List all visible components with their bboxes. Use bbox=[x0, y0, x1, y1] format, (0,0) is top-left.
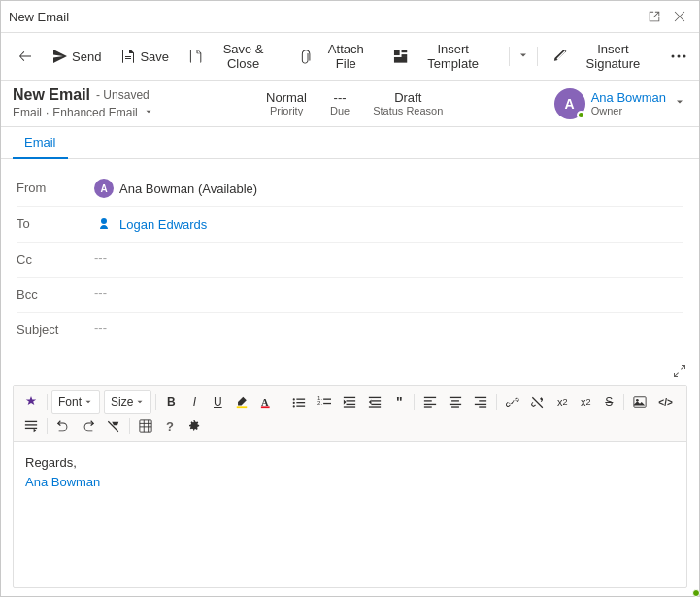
svg-rect-36 bbox=[480, 400, 487, 401]
rte-sep-8 bbox=[129, 418, 130, 434]
rte-unordered-list-button[interactable] bbox=[287, 391, 311, 413]
tab-email[interactable]: Email bbox=[13, 127, 68, 159]
rte-ordered-list-button[interactable]: 1.2. bbox=[313, 391, 336, 413]
svg-rect-10 bbox=[297, 399, 306, 400]
svg-rect-19 bbox=[344, 397, 355, 398]
save-button[interactable]: Save bbox=[112, 44, 178, 69]
bcc-value: --- bbox=[94, 285, 683, 300]
rte-subscript-button[interactable]: x2 bbox=[575, 391, 596, 413]
unsaved-badge: - Unsaved bbox=[96, 88, 150, 102]
rte-sep-7 bbox=[47, 418, 48, 434]
svg-rect-2 bbox=[402, 54, 408, 57]
rte-bold-button[interactable]: B bbox=[160, 391, 182, 413]
toolbar-separator-2 bbox=[537, 47, 538, 66]
rte-fontcolor-button[interactable]: A bbox=[255, 391, 279, 413]
status-value: Draft bbox=[373, 90, 443, 105]
rte-clear-format-button[interactable] bbox=[102, 415, 125, 437]
svg-rect-28 bbox=[424, 400, 432, 401]
rte-help-button[interactable]: ? bbox=[159, 415, 181, 437]
from-value: A Ana Bowman (Available) bbox=[94, 179, 683, 198]
pop-out-button[interactable] bbox=[643, 5, 666, 28]
toolbar-more-chevron[interactable] bbox=[516, 46, 531, 68]
breadcrumb-chevron[interactable] bbox=[142, 104, 155, 120]
svg-rect-23 bbox=[369, 397, 381, 398]
from-name: Ana Bowman (Available) bbox=[119, 182, 257, 196]
to-row: To Logan Edwards bbox=[17, 207, 683, 243]
svg-rect-0 bbox=[394, 50, 400, 55]
rte-content[interactable]: Regards, Ana Bowman bbox=[14, 442, 686, 587]
rte-line-1: Regards, bbox=[25, 453, 675, 473]
rte-underline-button[interactable]: U bbox=[207, 391, 228, 413]
rte-superscript-button[interactable]: x2 bbox=[551, 391, 573, 413]
to-name[interactable]: Logan Edwards bbox=[119, 217, 207, 232]
rte-align-right-button[interactable] bbox=[469, 391, 492, 413]
rte-unlink-button[interactable] bbox=[526, 391, 550, 413]
email-title: New Email bbox=[13, 86, 90, 104]
save-close-button[interactable]: Save & Close bbox=[180, 37, 288, 76]
size-select[interactable]: Size bbox=[104, 390, 151, 414]
title-bar-controls bbox=[643, 5, 691, 28]
rte-settings-button[interactable] bbox=[183, 415, 206, 437]
bcc-label: Bcc bbox=[17, 285, 94, 302]
back-button[interactable] bbox=[9, 44, 42, 69]
owner-avatar: A bbox=[554, 88, 585, 119]
owner-chevron[interactable] bbox=[672, 92, 687, 115]
svg-point-4 bbox=[672, 55, 675, 58]
rte-strikethrough-button[interactable]: S bbox=[598, 391, 619, 413]
rte-source-button[interactable]: </> bbox=[653, 391, 677, 413]
svg-rect-29 bbox=[424, 404, 436, 405]
attach-file-button[interactable]: Attach File bbox=[290, 37, 383, 76]
email-window: New Email Send Save Save & Close bbox=[0, 0, 700, 597]
svg-rect-24 bbox=[372, 400, 382, 401]
toolbar-separator-1 bbox=[509, 47, 510, 66]
expand-button[interactable] bbox=[672, 363, 687, 381]
cc-value: --- bbox=[94, 250, 683, 265]
rte-highlight-button[interactable] bbox=[230, 391, 253, 413]
rte-redo-button[interactable] bbox=[77, 415, 100, 437]
rte-rtl-button[interactable] bbox=[19, 415, 43, 437]
svg-rect-44 bbox=[140, 420, 151, 432]
rte-indent-button[interactable] bbox=[338, 391, 361, 413]
rte-quote-button[interactable]: " bbox=[388, 391, 410, 413]
owner-role: Owner bbox=[591, 105, 666, 116]
svg-rect-31 bbox=[450, 397, 461, 398]
rte-ai-button[interactable] bbox=[19, 391, 43, 413]
rte-italic-button[interactable]: I bbox=[183, 391, 205, 413]
more-options-button[interactable] bbox=[666, 44, 691, 69]
send-button[interactable]: Send bbox=[44, 44, 110, 69]
rte-image-button[interactable] bbox=[628, 391, 651, 413]
email-form: From A Ana Bowman (Available) To Logan E… bbox=[1, 159, 699, 596]
font-select[interactable]: Font bbox=[51, 390, 100, 414]
rte-outdent-button[interactable] bbox=[363, 391, 386, 413]
insert-template-button[interactable]: Insert Template bbox=[384, 37, 502, 76]
insert-signature-button[interactable]: Insert Signature bbox=[544, 37, 664, 76]
rte-toolbar: Font Size B I U bbox=[14, 386, 686, 442]
svg-rect-26 bbox=[369, 406, 381, 407]
svg-rect-38 bbox=[480, 406, 487, 407]
cc-label: Cc bbox=[17, 250, 94, 267]
rte-align-left-button[interactable] bbox=[418, 391, 442, 413]
owner-name[interactable]: Ana Bowman bbox=[591, 90, 666, 105]
rte-line-2: Ana Bowman bbox=[25, 473, 675, 492]
to-label: To bbox=[17, 215, 94, 231]
email-title-group: New Email - Unsaved Email · Enhanced Ema… bbox=[13, 86, 155, 120]
window-title: New Email bbox=[9, 10, 69, 24]
rte-table-button[interactable] bbox=[134, 415, 157, 437]
svg-rect-3 bbox=[394, 57, 407, 63]
rte-link-button[interactable] bbox=[501, 391, 524, 413]
rte-undo-button[interactable] bbox=[51, 415, 75, 437]
priority-value: Normal bbox=[266, 90, 307, 105]
svg-rect-32 bbox=[451, 400, 459, 401]
svg-rect-20 bbox=[347, 400, 356, 401]
rte-align-center-button[interactable] bbox=[444, 391, 467, 413]
svg-rect-35 bbox=[475, 397, 486, 398]
svg-rect-30 bbox=[424, 406, 432, 407]
contact-icon bbox=[94, 215, 114, 234]
svg-rect-18 bbox=[323, 403, 331, 404]
close-button[interactable] bbox=[668, 5, 691, 28]
svg-rect-16 bbox=[323, 399, 331, 400]
svg-rect-42 bbox=[25, 424, 37, 425]
expand-area bbox=[1, 359, 699, 385]
info-right: A Ana Bowman Owner bbox=[554, 88, 687, 119]
svg-point-9 bbox=[293, 398, 295, 400]
